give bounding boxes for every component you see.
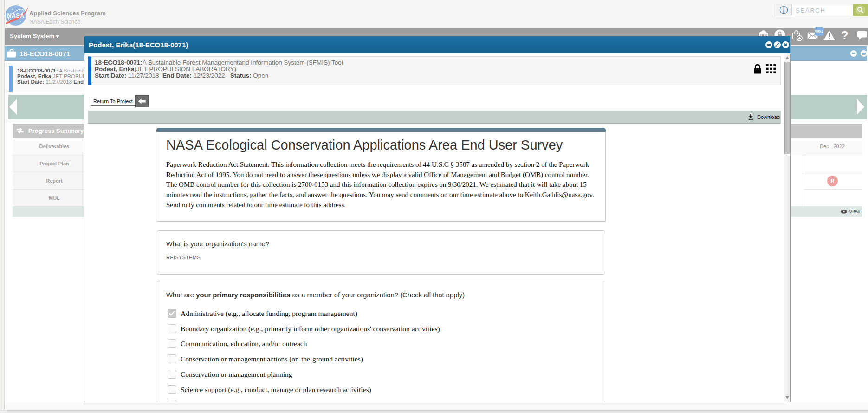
- svg-text:NASA: NASA: [7, 13, 24, 19]
